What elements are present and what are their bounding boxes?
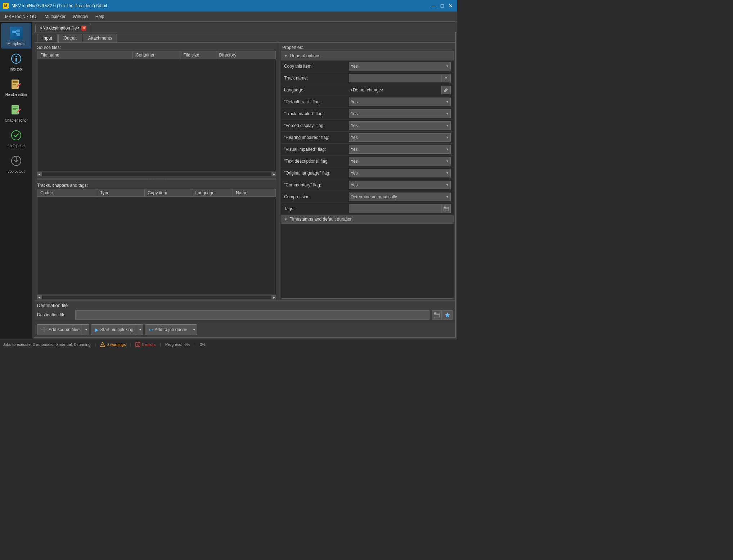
sidebar-item-header-editor[interactable]: Header editor [1,74,31,100]
sidebar-item-job-queue[interactable]: Job queue [1,125,31,151]
scroll-right-btn[interactable]: ▶ [272,172,276,176]
default-track-select[interactable]: Yes ▼ [349,98,451,106]
svg-rect-4 [17,33,20,36]
tab-attachments[interactable]: Attachments [83,34,118,42]
close-button[interactable]: ✕ [447,2,454,9]
prop-text-descriptions-control: Yes ▼ [349,157,451,166]
properties-content[interactable]: ▼ General options Copy this item: Yes ▼ [281,51,454,299]
main-tab[interactable]: <No destination file> × [35,24,91,32]
tab-output[interactable]: Output [58,34,82,42]
original-language-select[interactable]: Yes ▼ [349,169,451,177]
track-enabled-select[interactable]: Yes ▼ [349,109,451,118]
sidebar-item-multiplexer[interactable]: Multiplexer [1,23,31,49]
svg-rect-17 [13,109,16,110]
add-queue-btn-group: ↩ Add to job queue ▼ [145,324,197,335]
sidebar: Multiplexer Info tool [0,22,32,339]
svg-point-8 [15,56,17,57]
track-name-dropdown-btn[interactable]: ▼ [441,74,451,82]
tracks-scrollbar[interactable]: ◀ ▶ [37,294,276,300]
add-source-button[interactable]: ➕ Add source files [37,324,83,335]
add-queue-arrow-btn[interactable]: ▼ [191,324,197,335]
tracks-scroll-right-btn[interactable]: ▶ [272,295,276,299]
svg-text:✕: ✕ [136,343,139,347]
multiplexer-icon [9,26,23,40]
svg-text:M: M [4,4,7,8]
prop-commentary-control: Yes ▼ [349,181,451,189]
tags-input[interactable] [349,204,441,213]
commentary-select[interactable]: Yes ▼ [349,181,451,189]
tab-input[interactable]: Input [37,34,58,42]
source-files-scrollbar[interactable]: ◀ ▶ [37,171,276,177]
compression-select[interactable]: Determine automatically ▼ [349,193,451,201]
copy-item-select[interactable]: Yes ▼ [349,62,451,71]
left-panel: Source files: File name Container File s… [34,43,279,300]
prop-default-track-control: Yes ▼ [349,98,451,106]
tracks-scroll-left-btn[interactable]: ◀ [37,295,41,299]
start-mux-arrow-btn[interactable]: ▼ [137,324,143,335]
add-source-arrow-btn[interactable]: ▼ [83,324,89,335]
add-queue-button[interactable]: ↩ Add to job queue [145,324,191,335]
source-files-table-container[interactable]: File name Container File size Directory [37,51,276,171]
tags-browse-btn[interactable] [441,204,451,213]
svg-marker-24 [445,312,450,317]
destination-input[interactable] [75,310,430,320]
menu-window[interactable]: Window [69,13,92,21]
hearing-impaired-select[interactable]: Yes ▼ [349,133,451,142]
prop-language-label: Language: [284,87,349,92]
secondary-progress: 0% [200,342,206,347]
forced-display-select[interactable]: Yes ▼ [349,121,451,130]
track-name-input[interactable] [349,74,441,82]
svg-line-6 [16,32,17,34]
compression-value: Determine automatically [351,194,397,199]
scroll-left-btn[interactable]: ◀ [37,172,41,176]
tracks-scroll-track[interactable] [41,295,272,299]
job-output-icon [9,154,23,168]
col-container: Container [133,51,180,59]
maximize-button[interactable]: □ [439,2,446,9]
prop-visual-impaired-control: Yes ▼ [349,145,451,154]
source-files-label: Source files: [34,43,279,51]
sidebar-label-header-editor: Header editor [5,93,27,97]
text-descriptions-select[interactable]: Yes ▼ [349,157,451,166]
text-descriptions-value: Yes [351,159,358,164]
svg-rect-15 [13,107,18,107]
prop-visual-impaired: "Visual impaired" flag: Yes ▼ [281,144,454,155]
scroll-track[interactable] [41,172,272,176]
prop-forced-display: "Forced display" flag: Yes ▼ [281,120,454,132]
destination-buttons [432,310,453,320]
col-copy-item: Copy item [145,189,192,197]
prop-language-control: <Do not change> [349,86,451,94]
sidebar-item-chapter-editor[interactable]: Chapter editor [1,100,31,125]
start-mux-button[interactable]: ▶ Start multiplexing [91,324,137,335]
errors-status: ✕ 0 errors [135,342,156,347]
hearing-impaired-value: Yes [351,135,358,140]
col-language: Language [192,189,233,197]
visual-impaired-select[interactable]: Yes ▼ [349,145,451,154]
sidebar-item-job-output[interactable]: Job output [1,151,31,176]
prop-visual-impaired-label: "Visual impaired" flag: [284,147,349,152]
window-title: MKVToolNix GUI v82.0 ('I'm The President… [12,3,427,8]
sidebar-item-info-tool[interactable]: Info tool [1,49,31,74]
destination-star-btn[interactable] [442,310,453,320]
menu-help[interactable]: Help [92,13,108,21]
general-options-label: General options [290,53,320,58]
sidebar-label-job-output: Job output [8,170,25,173]
destination-section-label: Destination file [37,303,453,308]
menu-multiplexer[interactable]: Multiplexer [41,13,69,21]
tracks-section: Tracks, chapters and tags: Codec Type Co… [34,181,279,300]
tracks-table-container[interactable]: Codec Type Copy item Language Name [37,189,276,294]
prop-text-descriptions-label: "Text descriptions" flag: [284,159,349,164]
prop-track-name: Track name: ▼ [281,72,454,84]
destination-browse-btn[interactable] [432,310,442,320]
prop-compression: Compression: Determine automatically ▼ [281,191,454,203]
tab-close-button[interactable]: × [81,26,86,31]
minimize-button[interactable]: ─ [430,2,437,9]
tracks-label: Tracks, chapters and tags: [34,181,279,189]
menu-mkvtoolnix[interactable]: MKVToolNix GUI [1,13,41,21]
prop-commentary: "Commentary" flag: Yes ▼ [281,179,454,191]
prop-hearing-impaired: "Hearing impaired" flag: Yes ▼ [281,132,454,144]
timestamps-header[interactable]: ▼ Timestamps and default duration [281,215,454,224]
resize-handle[interactable]: · · · · · · · [37,178,276,180]
general-options-header[interactable]: ▼ General options [281,51,454,60]
language-edit-btn[interactable] [441,86,451,94]
